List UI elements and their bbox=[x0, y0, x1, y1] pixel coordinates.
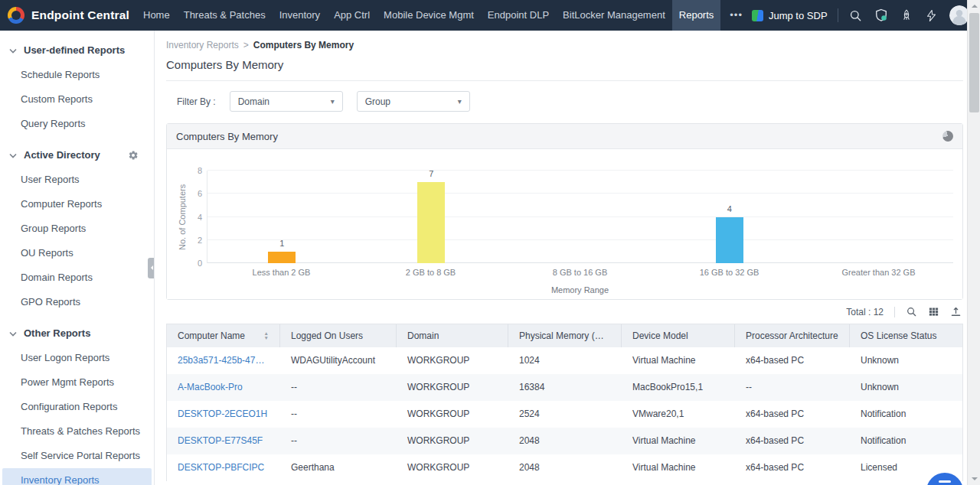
chart-bar[interactable] bbox=[417, 182, 445, 263]
chevron-down-icon bbox=[9, 149, 17, 161]
chart-y-tick-label: 8 bbox=[167, 166, 202, 175]
scrollbar-up-arrow[interactable] bbox=[968, 0, 980, 12]
table-cell: x64-based PC bbox=[735, 428, 850, 454]
sidebar-item-custom-reports[interactable]: Custom Reports bbox=[0, 87, 154, 111]
chevron-down-icon bbox=[9, 327, 17, 339]
table-row[interactable]: DESKTOP-2ECEO1H--WORKGROUP2524VMware20,1… bbox=[167, 401, 962, 428]
nav-item-inventory[interactable]: Inventory bbox=[273, 0, 327, 31]
computer-name-link[interactable]: DESKTOP-2ECEO1H bbox=[167, 401, 280, 428]
nav-item-reports[interactable]: Reports bbox=[672, 0, 721, 31]
chart-y-tick-label: 2 bbox=[167, 236, 202, 245]
computer-name-link[interactable]: DESKTOP-PBFCIPC bbox=[167, 454, 280, 481]
chart-x-axis-label: Memory Range bbox=[207, 285, 953, 295]
nav-item-mobile-device-mgmt[interactable]: Mobile Device Mgmt bbox=[377, 0, 481, 31]
column-chooser-grid-icon[interactable] bbox=[928, 306, 939, 317]
table-cell: MacBookPro15,1 bbox=[622, 374, 735, 401]
sidebar-item-threats-patches-reports[interactable]: Threats & Patches Reports bbox=[0, 419, 154, 443]
sidebar-collapse-handle[interactable] bbox=[148, 258, 154, 278]
user-avatar[interactable] bbox=[949, 5, 969, 25]
group-filter-dropdown[interactable]: Group ▾ bbox=[357, 91, 470, 112]
export-icon[interactable] bbox=[950, 306, 962, 317]
whats-new-rocket-icon[interactable] bbox=[899, 8, 914, 23]
column-header-logged-on-users[interactable]: Logged On Users bbox=[280, 324, 397, 347]
table-row[interactable]: DESKTOP-PBFCIPCGeerthanaWORKGROUP2048Vir… bbox=[167, 454, 962, 481]
pie-chart-toggle-icon[interactable] bbox=[941, 129, 954, 142]
sidebar-section-title: User-defined Reports bbox=[24, 44, 125, 56]
computer-name-link[interactable]: A-MacBook-Pro bbox=[167, 374, 280, 401]
sidebar-item-schedule-reports[interactable]: Schedule Reports bbox=[0, 63, 154, 86]
filter-by-label: Filter By : bbox=[177, 96, 216, 107]
table-row[interactable]: A-MacBook-Pro--WORKGROUP16384MacBookPro1… bbox=[167, 374, 962, 401]
chevron-down-icon bbox=[9, 44, 17, 56]
chart-bar-slot: 4 bbox=[655, 171, 804, 263]
search-icon[interactable] bbox=[848, 8, 864, 23]
chart-category-label: 2 GB to 8 GB bbox=[356, 268, 505, 277]
table-cell: WORKGROUP bbox=[397, 401, 508, 428]
scrollbar-down-arrow[interactable] bbox=[968, 473, 980, 485]
domain-filter-dropdown[interactable]: Domain ▾ bbox=[230, 91, 343, 112]
chart-panel-title: Computers By Memory bbox=[176, 131, 278, 142]
chart-bar-slot bbox=[506, 171, 655, 263]
sidebar-item-user-logon-reports[interactable]: User Logon Reports bbox=[0, 346, 154, 369]
sidebar-item-computer-reports[interactable]: Computer Reports bbox=[0, 192, 154, 216]
sidebar-item-query-reports[interactable]: Query Reports bbox=[0, 112, 154, 135]
sidebar-item-user-reports[interactable]: User Reports bbox=[0, 168, 154, 191]
sidebar-section-header-user-defined-reports[interactable]: User-defined Reports bbox=[0, 38, 154, 62]
table-total-count: Total : 12 bbox=[846, 307, 884, 317]
sidebar-item-gpo-reports[interactable]: GPO Reports bbox=[0, 290, 154, 314]
column-header-computer-name[interactable]: Computer Name▲▼ bbox=[167, 324, 280, 347]
scrollbar-thumb[interactable] bbox=[969, 13, 979, 112]
top-navbar: Endpoint Central HomeThreats & PatchesIn… bbox=[0, 0, 980, 31]
computer-name-link[interactable]: DESKTOP-E77S45F bbox=[167, 428, 280, 454]
sidebar-section-header-other-reports[interactable]: Other Reports bbox=[0, 321, 154, 345]
chart-bar[interactable] bbox=[716, 217, 743, 264]
jump-to-sdp-button[interactable]: Jump to SDP bbox=[752, 10, 828, 21]
column-header-domain[interactable]: Domain bbox=[397, 324, 508, 347]
nav-divider bbox=[838, 8, 838, 22]
sidebar-item-power-mgmt-reports[interactable]: Power Mgmt Reports bbox=[0, 370, 154, 394]
sort-icon[interactable]: ▲▼ bbox=[264, 331, 269, 340]
table-cell: 1024 bbox=[508, 347, 622, 374]
sidebar-section-title: Other Reports bbox=[24, 327, 90, 339]
quick-actions-lightning-icon[interactable] bbox=[924, 8, 939, 23]
table-row[interactable]: 25b3a571-425b-47d1-86...WDAGUtilityAccou… bbox=[167, 347, 962, 374]
nav-item-threats-patches[interactable]: Threats & Patches bbox=[177, 0, 273, 31]
sidebar-item-self-service-portal-reports[interactable]: Self Service Portal Reports bbox=[0, 444, 154, 467]
breadcrumb: Inventory Reports > Computers By Memory bbox=[166, 40, 963, 50]
brand-name: Endpoint Central bbox=[31, 8, 129, 22]
sidebar-item-group-reports[interactable]: Group Reports bbox=[0, 216, 154, 240]
sidebar-section-header-active-directory[interactable]: Active Directory bbox=[0, 143, 154, 167]
chart-panel-header: Computers By Memory bbox=[167, 124, 962, 149]
table-row[interactable]: DESKTOP-E77S45F--WORKGROUP2048Virtual Ma… bbox=[167, 428, 962, 454]
chevron-down-icon: ▾ bbox=[458, 97, 462, 106]
security-shield-icon[interactable] bbox=[874, 8, 889, 23]
column-header-processor-architecture[interactable]: Processor Architecture bbox=[735, 324, 850, 347]
chart-category-label: 8 GB to 16 GB bbox=[505, 268, 655, 277]
brand[interactable]: Endpoint Central bbox=[8, 7, 136, 24]
nav-more-button[interactable]: ••• bbox=[720, 0, 752, 31]
nav-item-home[interactable]: Home bbox=[136, 0, 177, 31]
sidebar-item-domain-reports[interactable]: Domain Reports bbox=[0, 265, 154, 289]
nav-items: HomeThreats & PatchesInventoryApp CtrlMo… bbox=[136, 0, 720, 31]
column-header-physical-memory-mb[interactable]: Physical Memory (MB) bbox=[508, 324, 622, 347]
nav-item-bitlocker-management[interactable]: BitLocker Management bbox=[556, 0, 672, 31]
nav-item-app-ctrl[interactable]: App Ctrl bbox=[327, 0, 377, 31]
nav-item-endpoint-dlp[interactable]: Endpoint DLP bbox=[481, 0, 556, 31]
chart-bar[interactable] bbox=[268, 252, 296, 263]
sidebar-item-inventory-reports[interactable]: Inventory Reports bbox=[2, 468, 152, 485]
page-scrollbar[interactable] bbox=[967, 0, 980, 485]
sidebar-item-configuration-reports[interactable]: Configuration Reports bbox=[0, 395, 154, 418]
breadcrumb-parent-link[interactable]: Inventory Reports bbox=[166, 40, 239, 50]
computer-name-link[interactable]: 25b3a571-425b-47d1-86... bbox=[167, 347, 280, 374]
column-header-device-model[interactable]: Device Model bbox=[622, 324, 735, 347]
table-cell: -- bbox=[735, 374, 850, 401]
sidebar-item-ou-reports[interactable]: OU Reports bbox=[0, 241, 154, 265]
column-header-os-license-status[interactable]: OS License Status bbox=[850, 324, 962, 347]
table-search-icon[interactable] bbox=[906, 306, 917, 317]
table-cell: 2048 bbox=[508, 454, 622, 481]
table-toolbar: Total : 12 bbox=[168, 306, 962, 317]
sidebar-section-title: Active Directory bbox=[24, 149, 100, 161]
column-header-label: Processor Architecture bbox=[746, 330, 838, 341]
gear-icon[interactable] bbox=[128, 150, 139, 161]
sdp-logo-icon bbox=[752, 10, 763, 21]
